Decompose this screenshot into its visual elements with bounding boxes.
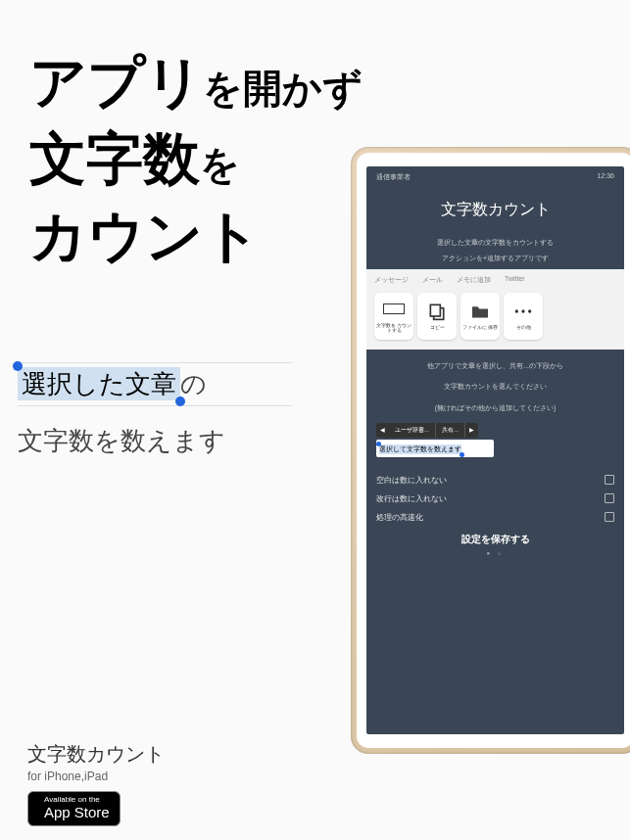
option-ignore-spaces[interactable]: 空白は数に入れない [376, 475, 614, 486]
selection-after: の [180, 369, 207, 398]
selected-input-text: 選択して文字数を数えます [379, 444, 461, 454]
clock: 12:36 [597, 172, 614, 182]
footer-subtitle: for iPhone,iPad [27, 770, 165, 783]
share-tabs: メッセージ メール メモに追加 Twitter [374, 275, 616, 285]
headline: アプリを開かず 文字数を カウント [29, 44, 363, 274]
instruction-1: 他アプリで文章を選択し、共有...の下段から [376, 361, 614, 371]
context-share[interactable]: 共有... [436, 423, 465, 438]
appstore-badge[interactable]: Available on the App Store [27, 791, 121, 826]
context-user-dict[interactable]: ユーザ辞書... [389, 423, 436, 438]
selected-text: 選択した文章 [18, 367, 180, 400]
option-ignore-newlines[interactable]: 改行は数に入れない [376, 493, 614, 504]
carrier-label: 通信事業者 [376, 172, 411, 182]
instruction-3: (無ければその他から追加してください) [376, 403, 614, 413]
headline-l1-big: アプリ [29, 50, 203, 114]
svg-rect-1 [430, 305, 440, 317]
headline-l1-med: を開かず [203, 67, 363, 110]
headline-l3-big: カウント [29, 204, 261, 267]
checkbox-icon[interactable] [605, 512, 614, 522]
footer: 文字数カウント for iPhone,iPad Available on the… [27, 741, 165, 826]
app-desc1: 選択した文章の文字数をカウントする [376, 238, 614, 248]
action-save-file[interactable]: ファイルに 保存 [460, 293, 500, 340]
headline-l2-big: 文字数 [29, 126, 200, 190]
text-input-demo[interactable]: 選択して文字数を数えます [376, 440, 494, 457]
checkbox-icon[interactable] [605, 475, 614, 485]
options: 空白は数に入れない 改行は数に入れない 処理の高速化 [376, 475, 614, 523]
selection-line2: 文字数を数えます [18, 424, 292, 458]
share-tab-mail[interactable]: メール [422, 275, 443, 285]
save-settings-button[interactable]: 設定を保存する [376, 533, 614, 546]
num-icon: Num. [383, 299, 405, 320]
context-prev-icon[interactable]: ◀ [376, 423, 389, 438]
footer-title: 文字数カウント [27, 741, 165, 768]
share-tab-messages[interactable]: メッセージ [374, 275, 409, 285]
copy-icon [426, 301, 448, 322]
share-sheet: メッセージ メール メモに追加 Twitter Num. 文字数を カウントする… [366, 269, 624, 350]
more-icon [512, 301, 534, 322]
option-fast-processing[interactable]: 処理の高速化 [376, 512, 614, 523]
tablet-screen: 通信事業者 12:36 文字数カウント 選択した文章の文字数をカウントする アク… [366, 166, 624, 734]
tablet-frame: 通信事業者 12:36 文字数カウント 選択した文章の文字数をカウントする アク… [351, 147, 630, 754]
share-tab-twitter[interactable]: Twitter [505, 275, 525, 285]
share-tab-notes[interactable]: メモに追加 [457, 275, 491, 285]
badge-bottom-text: App Store [44, 804, 110, 821]
action-copy[interactable]: コピー [417, 293, 457, 340]
badge-top-text: Available on the [44, 796, 110, 804]
svg-point-4 [528, 310, 531, 313]
headline-l2-med: を [200, 143, 240, 186]
status-bar: 通信事業者 12:36 [376, 172, 614, 182]
context-next-icon[interactable]: ▶ [465, 423, 478, 438]
folder-icon [469, 301, 491, 322]
action-count-chars[interactable]: Num. 文字数を カウントする [374, 293, 413, 340]
app-desc2: アクションを+追加するアプリです [376, 254, 614, 263]
context-menu[interactable]: ◀ ユーザ辞書... 共有... ▶ [376, 423, 478, 438]
action-more[interactable]: その他 [504, 293, 543, 340]
checkbox-icon[interactable] [605, 493, 614, 503]
app-title: 文字数カウント [376, 200, 614, 220]
instruction-2: 文字数カウントを選んでください [376, 382, 614, 392]
selection-demo: 選択した文章の 文字数を数えます [18, 362, 292, 458]
page-dots: ● ○ [376, 550, 614, 556]
svg-point-3 [521, 310, 524, 313]
svg-point-2 [515, 310, 518, 313]
